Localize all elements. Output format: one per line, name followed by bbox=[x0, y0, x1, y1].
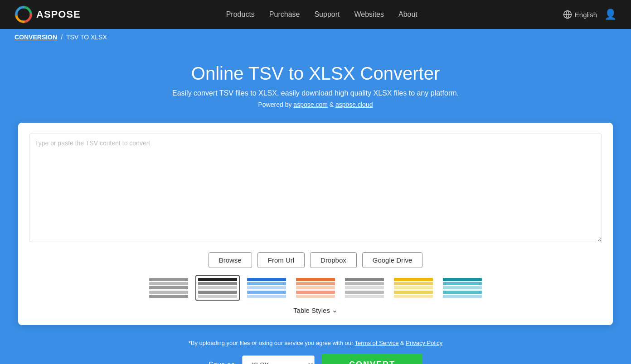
table-styles-label-text: Table Styles bbox=[293, 307, 330, 314]
convert-button[interactable]: CONVERT bbox=[322, 354, 422, 364]
google-drive-button[interactable]: Google Drive bbox=[362, 252, 423, 268]
tsv-input[interactable] bbox=[29, 134, 602, 242]
language-label: English bbox=[575, 11, 597, 19]
globe-icon bbox=[563, 10, 572, 19]
page-title: Online TSV to XLSX Converter bbox=[9, 63, 622, 84]
table-styles-row bbox=[29, 275, 602, 301]
tos-link[interactable]: Terms of Service bbox=[355, 340, 399, 346]
nav-products[interactable]: Products bbox=[226, 10, 255, 19]
breadcrumb-conversion[interactable]: CONVERSION bbox=[15, 34, 57, 41]
tos-text: *By uploading your files or using our se… bbox=[9, 340, 622, 346]
table-style-6[interactable] bbox=[391, 275, 436, 301]
breadcrumb-separator: / bbox=[61, 34, 63, 41]
convert-row: Save as XLSX XLS CSV ODS PDF CONVERT bbox=[9, 354, 622, 364]
save-as-label: Save as bbox=[209, 361, 235, 364]
navbar-left: ASPOSE bbox=[15, 5, 81, 24]
table-style-7[interactable] bbox=[440, 275, 485, 301]
table-style-3[interactable] bbox=[244, 275, 289, 301]
from-url-button[interactable]: From Url bbox=[257, 252, 305, 268]
aspose-com-link[interactable]: aspose.com bbox=[293, 101, 327, 108]
nav-purchase[interactable]: Purchase bbox=[269, 10, 300, 19]
file-buttons-row: Browse From Url Dropbox Google Drive bbox=[29, 252, 602, 268]
navbar-right: English 👤 bbox=[563, 9, 616, 20]
powered-by: Powered by aspose.com & aspose.cloud bbox=[9, 101, 622, 108]
hero-section: Online TSV to XLSX Converter Easily conv… bbox=[0, 45, 631, 123]
aspose-cloud-link[interactable]: aspose.cloud bbox=[335, 101, 373, 108]
table-styles-toggle[interactable]: Table Styles ⌄ bbox=[29, 306, 602, 314]
nav-about[interactable]: About bbox=[398, 10, 417, 19]
aspose-logo-icon bbox=[15, 5, 33, 24]
table-style-1[interactable] bbox=[146, 275, 191, 301]
svg-point-0 bbox=[15, 6, 32, 23]
nav-support[interactable]: Support bbox=[314, 10, 340, 19]
table-style-5[interactable] bbox=[342, 275, 387, 301]
language-selector[interactable]: English bbox=[563, 10, 597, 19]
table-style-4[interactable] bbox=[293, 275, 338, 301]
user-icon[interactable]: 👤 bbox=[604, 9, 616, 20]
hero-subtitle: Easily convert TSV files to XLSX, easily… bbox=[9, 89, 622, 97]
main-card-wrapper: Browse From Url Dropbox Google Drive bbox=[0, 123, 631, 334]
breadcrumb: CONVERSION / TSV TO XLSX bbox=[0, 29, 631, 45]
browse-button[interactable]: Browse bbox=[209, 252, 252, 268]
breadcrumb-current: TSV TO XLSX bbox=[66, 34, 107, 41]
privacy-link[interactable]: Privacy Policy bbox=[406, 340, 442, 346]
format-select[interactable]: XLSX XLS CSV ODS PDF bbox=[242, 355, 315, 364]
chevron-down-icon: ⌄ bbox=[332, 306, 338, 314]
footer-bar: *By uploading your files or using our se… bbox=[0, 334, 631, 364]
navbar: ASPOSE Products Purchase Support Website… bbox=[0, 0, 631, 29]
dropbox-button[interactable]: Dropbox bbox=[310, 252, 357, 268]
table-style-2[interactable] bbox=[195, 275, 240, 301]
converter-card: Browse From Url Dropbox Google Drive bbox=[18, 123, 613, 325]
nav-websites[interactable]: Websites bbox=[354, 10, 384, 19]
logo-text: ASPOSE bbox=[36, 9, 81, 20]
navbar-center: Products Purchase Support Websites About bbox=[226, 10, 417, 19]
